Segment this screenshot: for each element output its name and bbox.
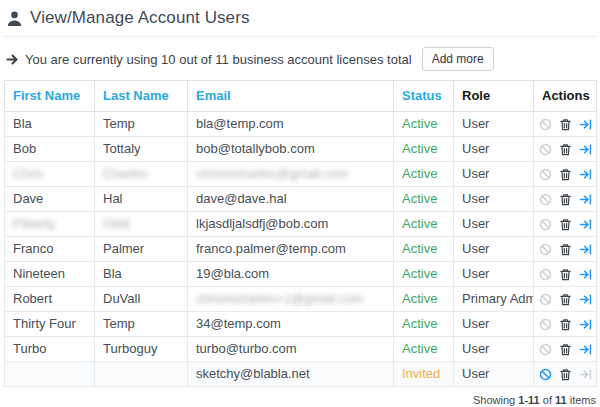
login-as-user-icon[interactable] [579, 218, 592, 231]
deactivate-user-icon[interactable] [539, 218, 552, 231]
deactivate-user-icon[interactable] [539, 143, 552, 156]
cell-first-name: Robert [5, 287, 95, 312]
table-row: Thirty Four Temp 34@temp.com Active User [5, 312, 597, 337]
table-row: Dave Hal dave@dave.hal Active User [5, 187, 597, 212]
login-as-user-icon[interactable] [579, 293, 592, 306]
cell-first-name: Dave [5, 187, 95, 212]
cell-role: User [454, 362, 534, 387]
license-text: You are currently using 10 out of 11 bus… [25, 52, 412, 67]
cell-last-name: Charles [95, 162, 188, 187]
cell-email: bob@totallybob.com [188, 137, 394, 162]
column-header-role: Role [454, 81, 534, 112]
cell-first-name: Franco [5, 237, 95, 262]
cell-email: turbo@turbo.com [188, 337, 394, 362]
login-as-user-icon[interactable] [579, 168, 592, 181]
cell-role: User [454, 212, 534, 237]
login-as-user-icon[interactable] [579, 243, 592, 256]
pagination-summary: Showing 1-11 of 11 items [4, 394, 596, 406]
users-table: First Name Last Name Email Status Role A… [4, 80, 597, 387]
login-as-user-icon[interactable] [579, 343, 592, 356]
delete-user-icon[interactable] [559, 193, 572, 206]
delete-user-icon[interactable] [559, 168, 572, 181]
cell-last-name: DuVall [95, 287, 188, 312]
delete-user-icon[interactable] [559, 368, 572, 381]
cell-actions [534, 212, 597, 237]
cell-status: Active [394, 187, 454, 212]
delete-user-icon[interactable] [559, 243, 572, 256]
deactivate-user-icon[interactable] [539, 293, 552, 306]
add-more-button[interactable]: Add more [422, 47, 494, 71]
cell-last-name: Temp [95, 112, 188, 137]
cell-email: 19@bla.com [188, 262, 394, 287]
login-as-user-icon[interactable] [579, 143, 592, 156]
delete-user-icon[interactable] [559, 143, 572, 156]
deactivate-user-icon[interactable] [539, 343, 552, 356]
column-header-first-name[interactable]: First Name [5, 81, 95, 112]
cell-role: User [454, 237, 534, 262]
deactivate-user-icon[interactable] [539, 268, 552, 281]
login-as-user-icon[interactable] [579, 368, 592, 381]
cell-email: lkjasdljalsdfj@bob.com [188, 212, 394, 237]
cell-role: User [454, 312, 534, 337]
login-as-user-icon[interactable] [579, 193, 592, 206]
deactivate-user-icon[interactable] [539, 368, 552, 381]
login-as-user-icon[interactable] [579, 318, 592, 331]
deactivate-user-icon[interactable] [539, 243, 552, 256]
table-row: Chris Charles chrismcharles@gmail.com Ac… [5, 162, 597, 187]
showing-items: items [570, 394, 596, 406]
login-as-user-icon[interactable] [579, 268, 592, 281]
cell-first-name: Turbo [5, 337, 95, 362]
user-icon [6, 10, 23, 27]
deactivate-user-icon[interactable] [539, 193, 552, 206]
table-row: sketchy@blabla.net Invited User [5, 362, 597, 387]
column-header-last-name[interactable]: Last Name [95, 81, 188, 112]
table-header-row: First Name Last Name Email Status Role A… [5, 81, 597, 112]
cell-last-name: Hal [95, 187, 188, 212]
column-header-status[interactable]: Status [394, 81, 454, 112]
deactivate-user-icon[interactable] [539, 118, 552, 131]
delete-user-icon[interactable] [559, 218, 572, 231]
cell-last-name: Tottaly [95, 137, 188, 162]
cell-role: User [454, 337, 534, 362]
cell-actions [534, 162, 597, 187]
cell-status: Active [394, 262, 454, 287]
cell-first-name: Bob [5, 137, 95, 162]
cell-role: User [454, 262, 534, 287]
cell-first-name: Thirty Four [5, 312, 95, 337]
showing-range: 1-11 [518, 394, 539, 406]
deactivate-user-icon[interactable] [539, 168, 552, 181]
showing-of: of [543, 394, 552, 406]
showing-total: 11 [555, 394, 567, 406]
column-header-email[interactable]: Email [188, 81, 394, 112]
cell-email: franco.palmer@temp.com [188, 237, 394, 262]
cell-actions [534, 237, 597, 262]
cell-email: sketchy@blabla.net [188, 362, 394, 387]
cell-last-name [95, 362, 188, 387]
cell-last-name: Temp [95, 312, 188, 337]
cell-last-name: Gibit [95, 212, 188, 237]
cell-email: dave@dave.hal [188, 187, 394, 212]
cell-role: User [454, 137, 534, 162]
account-users-page: View/Manage Account Users You are curren… [0, 0, 600, 407]
delete-user-icon[interactable] [559, 268, 572, 281]
cell-first-name: Chris [5, 162, 95, 187]
cell-actions [534, 337, 597, 362]
cell-status: Active [394, 212, 454, 237]
delete-user-icon[interactable] [559, 343, 572, 356]
cell-role: User [454, 112, 534, 137]
license-bar: You are currently using 10 out of 11 bus… [6, 47, 594, 71]
page-header: View/Manage Account Users [4, 5, 596, 37]
cell-status: Active [394, 312, 454, 337]
cell-actions [534, 362, 597, 387]
deactivate-user-icon[interactable] [539, 318, 552, 331]
login-as-user-icon[interactable] [579, 118, 592, 131]
cell-actions [534, 312, 597, 337]
cell-status: Invited [394, 362, 454, 387]
cell-first-name: Nineteen [5, 262, 95, 287]
cell-first-name [5, 362, 95, 387]
delete-user-icon[interactable] [559, 318, 572, 331]
delete-user-icon[interactable] [559, 293, 572, 306]
table-row: Franco Palmer franco.palmer@temp.com Act… [5, 237, 597, 262]
delete-user-icon[interactable] [559, 118, 572, 131]
cell-status: Active [394, 337, 454, 362]
